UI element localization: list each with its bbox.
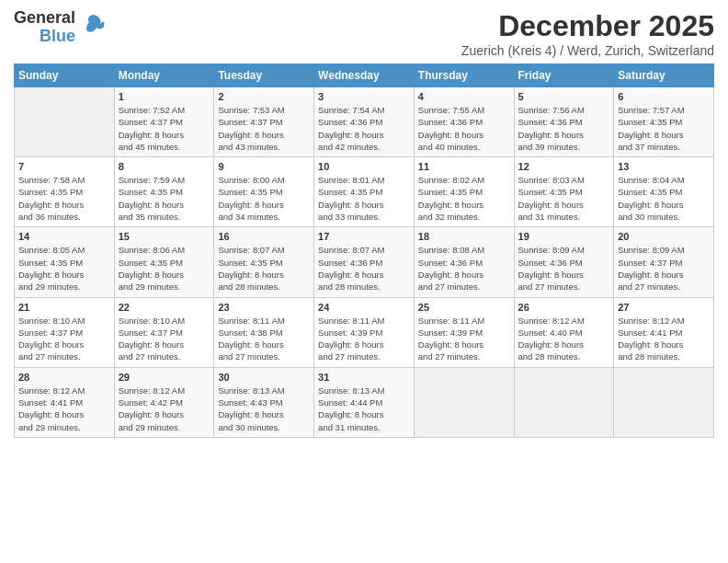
day-info: Sunrise: 8:12 AMSunset: 4:42 PMDaylight:… [119, 385, 210, 433]
day-info: Sunrise: 8:13 AMSunset: 4:44 PMDaylight:… [318, 385, 410, 433]
day-number: 20 [618, 231, 710, 242]
calendar-cell: 29Sunrise: 8:12 AMSunset: 4:42 PMDayligh… [114, 367, 214, 437]
calendar-cell: 26Sunrise: 8:12 AMSunset: 4:40 PMDayligh… [514, 297, 614, 367]
calendar-cell: 20Sunrise: 8:09 AMSunset: 4:37 PMDayligh… [614, 227, 714, 297]
day-info: Sunrise: 8:09 AMSunset: 4:36 PMDaylight:… [518, 244, 610, 293]
calendar-week-row: 28Sunrise: 8:12 AMSunset: 4:41 PMDayligh… [15, 367, 714, 437]
day-number: 30 [218, 372, 310, 383]
day-number: 9 [218, 161, 310, 172]
day-info: Sunrise: 8:12 AMSunset: 4:41 PMDaylight:… [18, 385, 110, 433]
page-container: General Blue December 2025 Zuerich (Krei… [0, 0, 728, 447]
day-info: Sunrise: 8:08 AMSunset: 4:36 PMDaylight:… [418, 244, 510, 293]
day-info: Sunrise: 8:02 AMSunset: 4:35 PMDaylight:… [418, 174, 510, 223]
day-info: Sunrise: 8:10 AMSunset: 4:37 PMDaylight:… [18, 315, 110, 363]
calendar-week-row: 1Sunrise: 7:52 AMSunset: 4:37 PMDaylight… [15, 87, 714, 157]
calendar-cell: 31Sunrise: 8:13 AMSunset: 4:44 PMDayligh… [314, 367, 415, 437]
weekday-header-saturday: Saturday [614, 64, 714, 87]
calendar-cell [15, 87, 115, 157]
calendar-cell: 5Sunrise: 7:56 AMSunset: 4:36 PMDaylight… [514, 87, 614, 157]
calendar-cell: 9Sunrise: 8:00 AMSunset: 4:35 PMDaylight… [214, 157, 314, 227]
day-number: 8 [119, 161, 210, 172]
title-block: December 2025 Zuerich (Kreis 4) / Werd, … [461, 9, 714, 58]
day-number: 6 [618, 91, 710, 102]
weekday-header-thursday: Thursday [414, 64, 514, 87]
day-number: 12 [518, 161, 610, 172]
day-number: 3 [318, 91, 410, 102]
day-number: 21 [18, 302, 110, 313]
day-info: Sunrise: 8:12 AMSunset: 4:41 PMDaylight:… [618, 315, 710, 363]
day-info: Sunrise: 8:07 AMSunset: 4:36 PMDaylight:… [318, 244, 410, 293]
calendar-cell: 12Sunrise: 8:03 AMSunset: 4:35 PMDayligh… [514, 157, 614, 227]
calendar-cell: 4Sunrise: 7:55 AMSunset: 4:36 PMDaylight… [414, 87, 514, 157]
weekday-header-monday: Monday [114, 64, 214, 87]
calendar-cell: 21Sunrise: 8:10 AMSunset: 4:37 PMDayligh… [15, 297, 115, 367]
day-info: Sunrise: 8:13 AMSunset: 4:43 PMDaylight:… [218, 385, 310, 433]
day-number: 29 [119, 372, 210, 383]
calendar-cell: 2Sunrise: 7:53 AMSunset: 4:37 PMDaylight… [214, 87, 314, 157]
day-number: 10 [318, 161, 410, 172]
day-info: Sunrise: 8:03 AMSunset: 4:35 PMDaylight:… [518, 174, 610, 223]
day-info: Sunrise: 8:05 AMSunset: 4:35 PMDaylight:… [18, 244, 110, 293]
day-info: Sunrise: 8:06 AMSunset: 4:35 PMDaylight:… [119, 244, 210, 293]
calendar-cell: 3Sunrise: 7:54 AMSunset: 4:36 PMDaylight… [314, 87, 415, 157]
calendar-cell: 18Sunrise: 8:08 AMSunset: 4:36 PMDayligh… [414, 227, 514, 297]
day-info: Sunrise: 7:54 AMSunset: 4:36 PMDaylight:… [318, 104, 410, 153]
day-info: Sunrise: 7:58 AMSunset: 4:35 PMDaylight:… [18, 174, 110, 223]
calendar-cell: 6Sunrise: 7:57 AMSunset: 4:35 PMDaylight… [614, 87, 714, 157]
day-info: Sunrise: 7:53 AMSunset: 4:37 PMDaylight:… [218, 104, 310, 153]
day-info: Sunrise: 8:09 AMSunset: 4:37 PMDaylight:… [618, 244, 710, 293]
day-number: 11 [418, 161, 510, 172]
day-number: 16 [218, 231, 310, 242]
day-number: 7 [18, 161, 110, 172]
calendar-cell: 13Sunrise: 8:04 AMSunset: 4:35 PMDayligh… [614, 157, 714, 227]
calendar-header-row: SundayMondayTuesdayWednesdayThursdayFrid… [15, 64, 714, 87]
day-number: 18 [418, 231, 510, 242]
day-info: Sunrise: 8:04 AMSunset: 4:35 PMDaylight:… [618, 174, 710, 223]
day-number: 15 [119, 231, 210, 242]
calendar-cell: 8Sunrise: 7:59 AMSunset: 4:35 PMDaylight… [114, 157, 214, 227]
calendar-cell: 10Sunrise: 8:01 AMSunset: 4:35 PMDayligh… [314, 157, 415, 227]
calendar-cell: 15Sunrise: 8:06 AMSunset: 4:35 PMDayligh… [114, 227, 214, 297]
day-info: Sunrise: 8:00 AMSunset: 4:35 PMDaylight:… [218, 174, 310, 223]
day-number: 27 [618, 302, 710, 313]
day-number: 23 [218, 302, 310, 313]
page-subtitle: Zuerich (Kreis 4) / Werd, Zurich, Switze… [461, 43, 714, 58]
calendar-cell: 19Sunrise: 8:09 AMSunset: 4:36 PMDayligh… [514, 227, 614, 297]
day-info: Sunrise: 8:11 AMSunset: 4:39 PMDaylight:… [318, 315, 410, 363]
weekday-header-friday: Friday [514, 64, 614, 87]
logo-bird-icon [80, 11, 106, 37]
day-info: Sunrise: 8:01 AMSunset: 4:35 PMDaylight:… [318, 174, 410, 223]
calendar-cell: 23Sunrise: 8:11 AMSunset: 4:38 PMDayligh… [214, 297, 314, 367]
logo-part1: General [14, 9, 75, 28]
day-info: Sunrise: 7:59 AMSunset: 4:35 PMDaylight:… [119, 174, 210, 223]
calendar-cell: 11Sunrise: 8:02 AMSunset: 4:35 PMDayligh… [414, 157, 514, 227]
logo: General Blue [14, 9, 106, 46]
day-number: 26 [518, 302, 610, 313]
day-number: 25 [418, 302, 510, 313]
calendar-cell: 1Sunrise: 7:52 AMSunset: 4:37 PMDaylight… [114, 87, 214, 157]
calendar-table: SundayMondayTuesdayWednesdayThursdayFrid… [14, 63, 714, 438]
calendar-cell: 17Sunrise: 8:07 AMSunset: 4:36 PMDayligh… [314, 227, 415, 297]
day-info: Sunrise: 7:57 AMSunset: 4:35 PMDaylight:… [618, 104, 710, 153]
calendar-cell: 14Sunrise: 8:05 AMSunset: 4:35 PMDayligh… [15, 227, 115, 297]
weekday-header-wednesday: Wednesday [314, 64, 415, 87]
day-number: 2 [218, 91, 310, 102]
calendar-week-row: 7Sunrise: 7:58 AMSunset: 4:35 PMDaylight… [15, 157, 714, 227]
day-number: 5 [518, 91, 610, 102]
day-number: 28 [18, 372, 110, 383]
calendar-cell: 24Sunrise: 8:11 AMSunset: 4:39 PMDayligh… [314, 297, 415, 367]
calendar-cell: 16Sunrise: 8:07 AMSunset: 4:35 PMDayligh… [214, 227, 314, 297]
day-number: 24 [318, 302, 410, 313]
header: General Blue December 2025 Zuerich (Krei… [14, 9, 714, 58]
day-info: Sunrise: 7:52 AMSunset: 4:37 PMDaylight:… [119, 104, 210, 153]
calendar-cell: 25Sunrise: 8:11 AMSunset: 4:39 PMDayligh… [414, 297, 514, 367]
day-number: 22 [119, 302, 210, 313]
day-number: 1 [119, 91, 210, 102]
day-info: Sunrise: 7:55 AMSunset: 4:36 PMDaylight:… [418, 104, 510, 153]
day-number: 13 [618, 161, 710, 172]
day-number: 17 [318, 231, 410, 242]
day-info: Sunrise: 8:11 AMSunset: 4:39 PMDaylight:… [418, 315, 510, 363]
day-info: Sunrise: 8:07 AMSunset: 4:35 PMDaylight:… [218, 244, 310, 293]
day-number: 14 [18, 231, 110, 242]
calendar-week-row: 14Sunrise: 8:05 AMSunset: 4:35 PMDayligh… [15, 227, 714, 297]
